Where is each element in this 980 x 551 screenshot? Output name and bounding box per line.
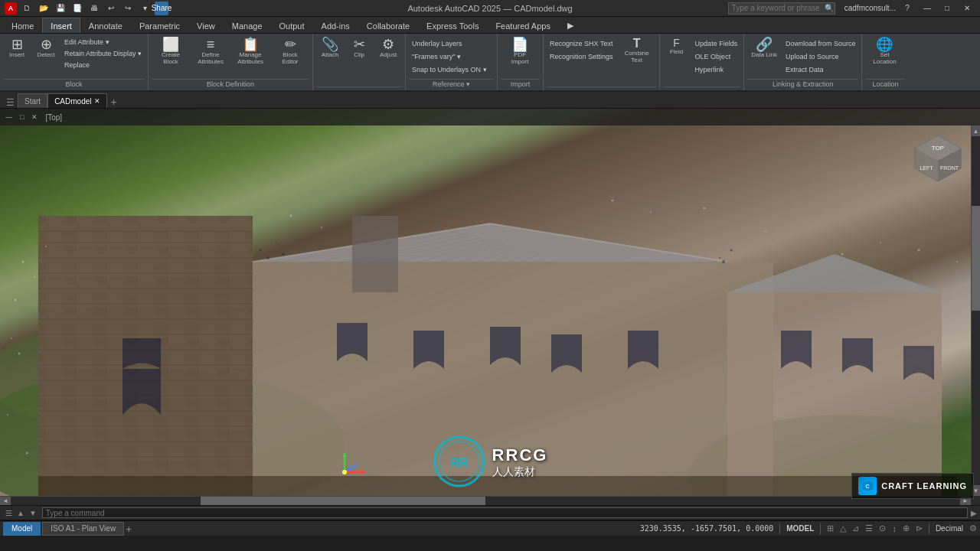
title-bar: A 🗋 📂 💾 📑 🖶 ↩ ↪ ▾ Share Autodesk AutoCAD… xyxy=(0,0,980,17)
btn-detect[interactable]: ⊕ Detect xyxy=(32,35,60,61)
viewcube[interactable]: TOP FRONT LEFT xyxy=(911,132,965,185)
tab-parametric[interactable]: Parametric xyxy=(131,18,188,33)
maximize-btn[interactable]: □ xyxy=(939,0,956,17)
btn-set-location-label: Set Location xyxy=(869,52,900,66)
btn-download-source[interactable]: Download from Source xyxy=(782,38,859,49)
watermark-brand: RRCG xyxy=(492,445,548,465)
viewport-scrollbar-h[interactable]: ◄ ► xyxy=(0,496,971,505)
display-3d-btn[interactable]: ↕ xyxy=(892,524,897,533)
btn-hyperlink[interactable]: Hyperlink xyxy=(692,64,741,75)
cmd-bar-up-btn[interactable]: ▲ xyxy=(15,509,27,517)
display-ortho-btn[interactable]: ⊿ xyxy=(852,523,859,533)
btn-manage-attributes[interactable]: 📋 Manage Attributes xyxy=(231,35,270,68)
qat-open[interactable]: 📂 xyxy=(37,2,51,15)
viewport: TOP FRONT LEFT — □ ✕ [Top] ▲ ▼ ◄ ► xyxy=(0,109,980,505)
btn-set-location[interactable]: 🌐 Set Location xyxy=(865,35,903,68)
model-tab-add-btn[interactable]: + xyxy=(126,523,132,535)
tab-featuredapps[interactable]: Featured Apps xyxy=(487,18,559,33)
viewport-close-btn[interactable]: ✕ xyxy=(29,113,40,121)
viewport-maximize-btn[interactable]: □ xyxy=(18,113,26,121)
tab-expresstools[interactable]: Express Tools xyxy=(418,18,487,33)
viewport-scrollbar-v[interactable]: ▲ ▼ xyxy=(971,126,980,496)
cmd-bar-down-btn[interactable]: ▼ xyxy=(27,509,39,517)
tab-view[interactable]: View xyxy=(188,18,224,33)
btn-update-fields[interactable]: Update Fields xyxy=(692,38,741,49)
tab-annotate[interactable]: Annotate xyxy=(80,18,131,33)
btn-extract-data[interactable]: Extract Data xyxy=(782,64,859,75)
sep2 xyxy=(820,523,821,534)
btn-attach[interactable]: 📎 Attach xyxy=(316,35,344,61)
btn-data-link[interactable]: 🔗 Data Link xyxy=(747,35,781,61)
settings-btn[interactable]: ⚙ xyxy=(969,523,977,533)
tab-output[interactable]: Output xyxy=(271,18,313,33)
qat-save[interactable]: 💾 xyxy=(54,2,67,15)
display-osnap-btn[interactable]: ⊙ xyxy=(879,523,886,533)
btn-replace[interactable]: Replace xyxy=(61,60,145,70)
display-dyn-btn[interactable]: ⊕ xyxy=(903,523,910,533)
tab-insert[interactable]: Insert xyxy=(42,18,80,33)
craft-icon: C xyxy=(858,477,877,495)
btn-pdf-import[interactable]: 📄 PDF Import xyxy=(501,35,539,68)
doc-tab-add-btn[interactable]: + xyxy=(107,96,119,108)
btn-create-block[interactable]: ⬜ Create Block xyxy=(152,35,190,68)
btn-ole-object[interactable]: OLE Object xyxy=(692,51,741,62)
btn-field[interactable]: F Field xyxy=(663,35,691,58)
group-reference-label: Reference ▾ xyxy=(409,79,494,89)
display-snap-btn[interactable]: △ xyxy=(840,523,846,533)
btn-retain-attribute[interactable]: Retain Attribute Display ▾ xyxy=(61,48,145,59)
btn-insert[interactable]: ⊞ Insert xyxy=(3,35,31,61)
cmd-expand-btn[interactable]: ▶ xyxy=(971,509,977,517)
display-polar-btn[interactable]: ☰ xyxy=(865,523,873,533)
qat-redo[interactable]: ↪ xyxy=(121,2,135,15)
qat-share[interactable]: Share xyxy=(155,2,168,15)
model-tab-layout[interactable]: ISO A1 - Plan View xyxy=(42,522,124,536)
keyword-search-input[interactable] xyxy=(728,2,835,15)
doc-tab-cadmodel[interactable]: CADmodel ✕ xyxy=(47,93,107,108)
close-btn[interactable]: ✕ xyxy=(959,0,975,17)
viewport-minimize-btn[interactable]: — xyxy=(3,113,15,121)
scroll-thumb-v[interactable] xyxy=(972,206,980,311)
btn-frames-vary[interactable]: "Frames vary" ▾ xyxy=(409,51,490,62)
qat-new[interactable]: 🗋 xyxy=(20,2,34,15)
btn-underlay-layers[interactable]: Underlay Layers xyxy=(409,38,490,49)
sidebar-toggle-btn[interactable]: ☰ xyxy=(3,97,18,108)
minimize-btn[interactable]: — xyxy=(919,0,936,17)
help-btn[interactable]: ? xyxy=(899,0,916,17)
btn-block-editor[interactable]: ✏ Block Editor xyxy=(271,35,309,68)
tab-home[interactable]: Home xyxy=(3,18,42,33)
qat-more[interactable]: ▾ xyxy=(138,2,152,15)
btn-define-attributes[interactable]: ≡ Define Attributes xyxy=(191,35,230,68)
display-grid-btn[interactable]: ⊞ xyxy=(827,523,834,533)
cmd-bar-menu-btn[interactable]: ☰ xyxy=(3,509,15,517)
tab-addins[interactable]: Add-ins xyxy=(313,18,358,33)
app-icon: A xyxy=(5,2,17,15)
scroll-up-btn[interactable]: ▲ xyxy=(972,126,980,136)
doc-tab-start[interactable]: Start xyxy=(18,93,47,108)
tab-collaborate[interactable]: Collaborate xyxy=(358,18,418,33)
qat-save-as[interactable]: 📑 xyxy=(70,2,84,15)
btn-combine-text[interactable]: T Combine Text xyxy=(618,35,656,67)
btn-clip[interactable]: ✂ Clip xyxy=(345,35,373,61)
display-lw-btn[interactable]: ⊳ xyxy=(916,523,923,533)
btn-block-editor-label: Block Editor xyxy=(275,52,305,66)
tab-manage[interactable]: Manage xyxy=(224,18,271,33)
ribbon-tabs: Home Insert Annotate Parametric View Man… xyxy=(0,17,980,34)
btn-recognize-shx[interactable]: Recognize SHX Text xyxy=(547,38,616,49)
btn-upload-source[interactable]: Upload to Source xyxy=(782,51,859,62)
btn-snap-underlays[interactable]: Snap to Underlays ON ▾ xyxy=(409,64,490,75)
btn-clip-label: Clip xyxy=(354,52,364,59)
command-input[interactable] xyxy=(42,507,968,518)
scroll-left-btn[interactable]: ◄ xyxy=(0,497,11,505)
btn-recognition-settings[interactable]: Recognition Settings xyxy=(547,51,616,62)
qat-undo[interactable]: ↩ xyxy=(104,2,118,15)
model-tab-label: Model xyxy=(11,524,32,533)
sep1 xyxy=(779,523,780,534)
group-data-link: 🔗 Data Link Download from Source Upload … xyxy=(744,34,862,90)
qat-print[interactable]: 🖶 xyxy=(87,2,101,15)
doc-tab-close-btn[interactable]: ✕ xyxy=(94,97,100,105)
tab-overflow[interactable]: ▶ xyxy=(559,18,582,33)
btn-adjust[interactable]: ⚙ Adjust xyxy=(374,35,402,61)
btn-edit-attribute[interactable]: Edit Attribute ▾ xyxy=(61,37,145,47)
model-tab-model[interactable]: Model xyxy=(3,522,41,536)
scroll-thumb-h[interactable] xyxy=(201,497,485,505)
